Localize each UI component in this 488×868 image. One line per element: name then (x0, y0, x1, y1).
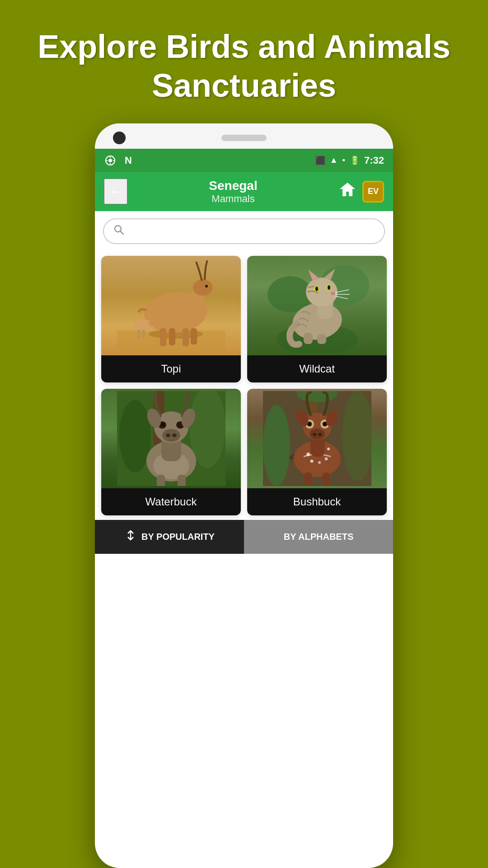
svg-point-55 (172, 434, 177, 437)
svg-rect-41 (317, 334, 326, 344)
svg-rect-20 (137, 330, 141, 339)
topi-label: Topi (101, 355, 241, 382)
svg-rect-16 (169, 328, 175, 345)
tab-by-alphabets[interactable]: BY ALPHABETS (244, 520, 393, 554)
svg-point-72 (324, 457, 328, 460)
svg-rect-21 (142, 330, 145, 339)
wildcat-image (247, 256, 387, 355)
status-bar-right: ⬛ ▲ ▪ 🔋 7:32 (315, 155, 384, 166)
svg-point-14 (205, 285, 208, 288)
svg-point-36 (331, 292, 335, 295)
svg-rect-87 (323, 472, 330, 485)
bushbuck-image (247, 389, 387, 488)
alphabets-tab-label: BY ALPHABETS (284, 532, 353, 542)
svg-point-1 (108, 159, 112, 162)
svg-point-43 (119, 400, 151, 472)
tab-by-popularity[interactable]: BY POPULARITY (95, 520, 244, 554)
animal-card-topi[interactable]: Topi (101, 256, 241, 382)
svg-point-34 (315, 287, 318, 291)
svg-point-81 (310, 429, 325, 439)
svg-point-83 (318, 433, 322, 436)
time-display: 7:32 (364, 155, 384, 166)
status-bar-left: N (104, 154, 135, 167)
svg-point-54 (166, 434, 170, 437)
animals-grid: Topi (95, 251, 393, 520)
svg-marker-6 (340, 183, 355, 196)
sort-icon (124, 529, 137, 545)
phone-frame: N ⬛ ▲ ▪ 🔋 7:32 ← Senegal Mammals (95, 123, 393, 868)
bottom-tabs: BY POPULARITY BY ALPHABETS (95, 520, 393, 554)
toolbar-title-sub: Mammals (209, 193, 257, 205)
signal-icon: ▪ (343, 156, 345, 165)
app-toolbar: ← Senegal Mammals EV (95, 172, 393, 211)
svg-point-35 (328, 285, 330, 290)
back-button[interactable]: ← (104, 179, 127, 204)
svg-point-82 (313, 433, 316, 436)
svg-rect-59 (178, 475, 186, 486)
popularity-tab-label: BY POPULARITY (141, 532, 215, 542)
svg-point-13 (193, 279, 213, 296)
phone-camera (113, 132, 126, 144)
phone-top-bar (95, 123, 393, 149)
svg-rect-18 (191, 328, 197, 344)
svg-rect-58 (157, 475, 165, 486)
status-bar: N ⬛ ▲ ▪ 🔋 7:32 (95, 149, 393, 172)
svg-point-71 (318, 461, 321, 464)
search-icon (113, 224, 125, 239)
svg-rect-40 (304, 333, 313, 344)
wifi-icon: ▲ (330, 156, 338, 165)
search-input[interactable] (129, 225, 375, 237)
waterbuck-image (101, 389, 241, 488)
toolbar-actions: EV (339, 181, 384, 203)
cast-icon: ⬛ (315, 156, 325, 165)
topi-image (101, 256, 241, 355)
svg-line-8 (121, 231, 124, 234)
camera-icon (104, 154, 117, 167)
svg-rect-15 (160, 328, 166, 346)
animal-card-waterbuck[interactable]: Waterbuck (101, 389, 241, 515)
bushbuck-label: Bushbuck (247, 488, 387, 515)
svg-rect-17 (183, 328, 189, 346)
animal-card-wildcat[interactable]: Wildcat (247, 256, 387, 382)
svg-point-70 (310, 459, 313, 462)
phone-speaker (221, 135, 267, 141)
svg-point-53 (162, 429, 180, 442)
waterbuck-label: Waterbuck (101, 488, 241, 515)
svg-point-22 (149, 319, 158, 326)
home-icon (339, 181, 356, 202)
page-title: Explore Birds and Animals Sanctuaries (18, 27, 470, 105)
svg-point-61 (263, 405, 290, 486)
animal-card-bushbuck[interactable]: Bushbuck (247, 389, 387, 515)
home-button[interactable] (339, 181, 356, 202)
search-box (103, 218, 385, 244)
svg-rect-86 (305, 472, 312, 485)
svg-point-52 (161, 423, 164, 426)
page-header: Explore Birds and Animals Sanctuaries (0, 0, 488, 123)
ev-badge[interactable]: EV (362, 181, 384, 203)
battery-icon: 🔋 (350, 156, 360, 165)
toolbar-title: Senegal Mammals (209, 179, 257, 205)
wildcat-label: Wildcat (247, 355, 387, 382)
search-container (95, 211, 393, 251)
toolbar-title-main: Senegal (209, 179, 257, 193)
n-icon: N (122, 154, 135, 167)
svg-point-69 (327, 448, 330, 450)
